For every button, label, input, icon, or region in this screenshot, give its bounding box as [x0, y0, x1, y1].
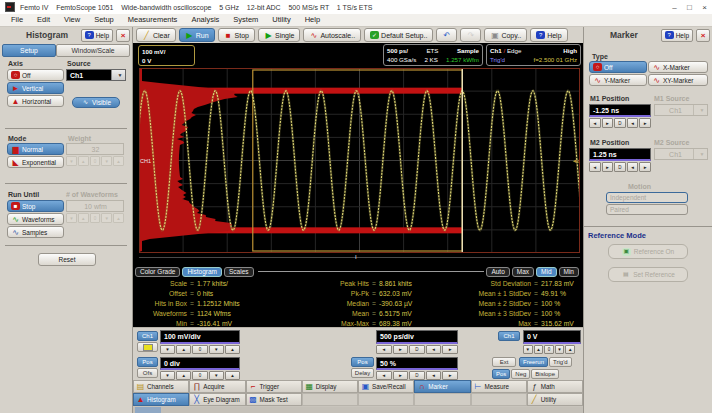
close-icon[interactable]: × [697, 1, 712, 14]
ch1-button[interactable]: Ch1 [137, 331, 158, 341]
tab-trigger[interactable]: ⌐Trigger [246, 380, 302, 393]
vertical-offset-display[interactable]: 0 div [160, 357, 240, 370]
waveform-plot[interactable]: CH1◄t [139, 68, 580, 253]
horizontal-mode-pos[interactable]: Pos [351, 357, 374, 367]
axis-off[interactable]: ○Off [7, 69, 64, 81]
reference-on-button[interactable]: ▣Reference On [608, 244, 688, 259]
stepper-button-0[interactable]: ◄ [376, 345, 392, 354]
timebase-position-bar[interactable]: I [139, 255, 580, 260]
ext-trigger-button[interactable]: Ext [492, 357, 516, 367]
stepper-button-4[interactable]: ► [442, 371, 458, 380]
vertical-mode-ofs[interactable]: Ofs [137, 368, 158, 378]
stepper-button-2[interactable]: D [614, 162, 626, 172]
menu-setup[interactable]: Setup [87, 14, 121, 26]
trigger-slope-pos[interactable]: Pos [492, 369, 510, 379]
stats-scale-auto[interactable]: Auto [486, 267, 509, 277]
stepper-button-4[interactable]: ► [639, 118, 651, 128]
help-button[interactable]: ?Help [530, 28, 567, 42]
run-until-stop[interactable]: ■Stop [7, 200, 64, 212]
set-reference-button[interactable]: ▤Set Reference [608, 267, 688, 282]
trigger-mode-freerun[interactable]: Freerun [519, 357, 548, 367]
trigger-slope-neg[interactable]: Neg [511, 369, 530, 379]
stats-scale-max[interactable]: Max [512, 267, 534, 277]
stepper-button-3[interactable]: ◄ [426, 371, 442, 380]
menu-utility[interactable]: Utility [265, 14, 297, 26]
stepper-button-0[interactable]: ▼ [523, 345, 533, 354]
stepper-button-1[interactable]: ▲ [534, 345, 544, 354]
tab-histogram[interactable]: ▲Histogram [133, 393, 189, 406]
tab-display[interactable]: ▦Display [302, 380, 358, 393]
stepper-button-2[interactable]: 0 [192, 345, 207, 354]
trigger-slope-bislope[interactable]: Bislope [531, 369, 559, 379]
clear-button[interactable]: ╱Clear [136, 28, 176, 42]
stepper-button-3[interactable]: ◄ [627, 118, 639, 128]
timebase-scale-display[interactable]: 500 ps/div [376, 330, 458, 344]
stats-tab-scales[interactable]: Scales [224, 267, 254, 277]
stepper-button-1[interactable]: ► [602, 118, 614, 128]
trigger-level-display[interactable]: 0 V [523, 330, 581, 344]
stepper-button-0[interactable]: ▼ [160, 371, 175, 380]
tab-window-scale[interactable]: Window/Scale [56, 44, 130, 57]
visible-button[interactable]: ∿Visible [72, 97, 120, 108]
stepper-button-2[interactable]: D [409, 371, 425, 380]
marker-type-off[interactable]: ○Off [589, 61, 647, 73]
reset-button[interactable]: Reset [38, 253, 96, 266]
menu-help[interactable]: Help [298, 14, 327, 26]
tab-utility[interactable]: ╱Utility [527, 393, 583, 406]
stepper-button-3[interactable]: ▼ [209, 345, 224, 354]
mode-exponential[interactable]: ◣Exponential [7, 156, 64, 168]
tab-channels[interactable]: ▤Channels [133, 380, 189, 393]
stepper-button-0[interactable]: ◄ [589, 118, 601, 128]
stats-tab-histogram[interactable]: Histogram [182, 267, 222, 277]
stepper-button-3[interactable]: ◄ [627, 162, 639, 172]
m1-position-display[interactable]: -1.25 ns [589, 104, 651, 117]
copy-button[interactable]: ▣Copy.. [484, 28, 527, 42]
stepper-button-1[interactable]: ▲ [176, 345, 191, 354]
axis-vertical[interactable]: ►Vertical [7, 82, 64, 94]
autoscale-button[interactable]: ∿Autoscale.. [303, 28, 361, 42]
maximize-icon[interactable]: □ [682, 1, 697, 14]
histogram-help-button[interactable]: ?Help [81, 29, 113, 42]
stepper-button-2[interactable]: D [409, 345, 425, 354]
tab-acquire[interactable]: ∏Acquire [189, 380, 245, 393]
stats-scale-min[interactable]: Min [559, 267, 579, 277]
menu-view[interactable]: View [57, 14, 87, 26]
minimize-icon[interactable]: – [667, 1, 682, 14]
stepper-button-2[interactable]: D [614, 118, 626, 128]
stepper-button-4[interactable]: ▲ [225, 345, 240, 354]
motion-paired[interactable]: Paired [606, 204, 688, 215]
timebase-position-display[interactable]: 50 % [376, 357, 458, 370]
histogram-close-button[interactable]: × [116, 29, 130, 42]
menu-measurements[interactable]: Measurements [121, 14, 185, 26]
stepper-button-3[interactable]: ◄ [426, 345, 442, 354]
menu-edit[interactable]: Edit [30, 14, 57, 26]
stepper-button-3[interactable]: ▼ [555, 345, 565, 354]
ch1-enable-button[interactable] [137, 342, 158, 352]
stepper-button-2[interactable]: 0 [544, 345, 554, 354]
tab-math[interactable]: ƒMath [527, 380, 583, 393]
stepper-button-4[interactable]: ▲ [565, 345, 575, 354]
stepper-button-1[interactable]: ► [602, 162, 614, 172]
tab-mask-test[interactable]: ▩Mask Test [246, 393, 302, 406]
default-setup-button[interactable]: ✓Default Setup.. [364, 28, 433, 42]
marker-help-button[interactable]: ?Help [661, 29, 693, 42]
single-button[interactable]: ▶Single [258, 28, 300, 42]
source-select[interactable]: Ch1▼ [66, 69, 126, 81]
redo-button[interactable]: ↷ [460, 28, 481, 42]
tab-save-recall[interactable]: ▣Save/Recall [358, 380, 414, 393]
run-button[interactable]: ▶Run [179, 28, 215, 42]
stepper-button-3[interactable]: ▼ [209, 371, 224, 380]
stats-tab-color-grade[interactable]: Color Grade [135, 267, 180, 277]
trigger-mode-trig-d[interactable]: Trig'd [549, 357, 572, 367]
horizontal-mode-delay[interactable]: Delay [351, 368, 374, 378]
axis-horizontal[interactable]: ▲Horizontal [7, 95, 64, 107]
tab-setup[interactable]: Setup [2, 44, 56, 57]
trigger-source-button[interactable]: Ch1 [498, 331, 520, 341]
run-until-waveforms[interactable]: ∿Waveforms [7, 213, 64, 225]
marker-type-y-marker[interactable]: ∿Y-Marker [589, 74, 647, 86]
menu-analysis[interactable]: Analysis [184, 14, 226, 26]
mode-normal[interactable]: ▆Normal [7, 143, 64, 155]
stop-button[interactable]: ■Stop [218, 28, 255, 42]
tab-measure[interactable]: ⊢Measure [471, 380, 527, 393]
tab-marker[interactable]: ∩Marker [414, 380, 470, 393]
